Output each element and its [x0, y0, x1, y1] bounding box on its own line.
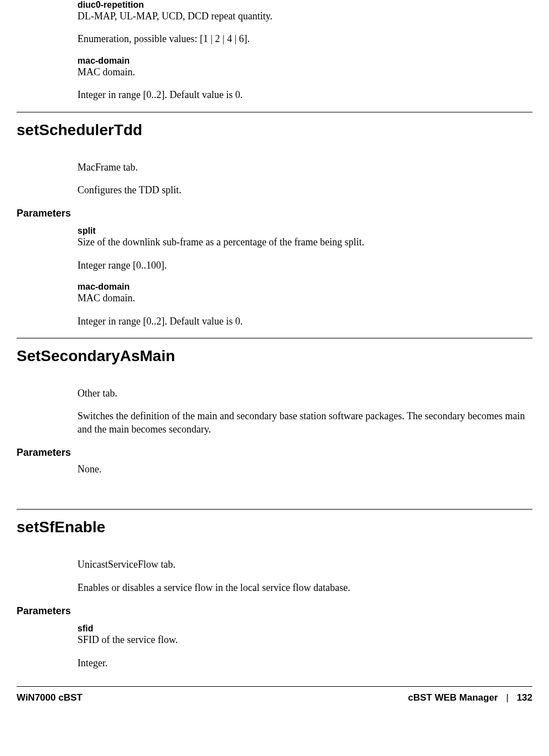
param-range-mac-domain-2: Integer in range [0..2]. Default value i…: [77, 315, 532, 328]
heading-setsfenable: setSfEnable: [17, 509, 532, 536]
heading-setsecondaryasmain: SetSecondaryAsMain: [17, 338, 532, 365]
desc-setsecondaryasmain: Switches the definition of the main and …: [77, 410, 532, 436]
parameters-label-2: Parameters: [17, 447, 532, 459]
parameters-label-1: Parameters: [17, 208, 532, 219]
parameters-label-3: Parameters: [17, 605, 532, 617]
footer-right: cBST WEB Manager | 132: [408, 692, 532, 703]
param-desc-mac-domain-1: MAC domain.: [77, 66, 532, 79]
param-desc-sfid: SFID of the service flow.: [77, 634, 532, 646]
footer-title: cBST WEB Manager: [408, 692, 498, 703]
footer-left: WiN7000 cBST: [17, 692, 82, 703]
footer-sep: |: [506, 692, 508, 703]
param-name-mac-domain-1: mac-domain: [77, 56, 532, 66]
param-desc-diuc0: DL-MAP, UL-MAP, UCD, DCD repeat quantity…: [77, 10, 532, 23]
desc-setsfenable: Enables or disables a service flow in th…: [77, 582, 532, 594]
param-range-mac-domain-1: Integer in range [0..2]. Default value i…: [77, 89, 532, 101]
param-desc-split: Size of the downlink sub-frame as a perc…: [77, 236, 532, 249]
tab-setschedulertdd: MacFrame tab.: [77, 161, 532, 174]
param-name-mac-domain-2: mac-domain: [77, 282, 532, 292]
tab-setsecondaryasmain: Other tab.: [77, 387, 532, 400]
footer-page-number: 132: [517, 692, 532, 703]
param-desc-mac-domain-2: MAC domain.: [77, 292, 532, 305]
param-range-split: Integer range [0..100].: [77, 259, 532, 272]
desc-setschedulertdd: Configures the TDD split.: [77, 184, 532, 197]
heading-setschedulertdd: setSchedulerTdd: [17, 112, 532, 139]
tab-setsfenable: UnicastServiceFlow tab.: [77, 558, 532, 571]
param-enum-diuc0: Enumeration, possible values: [1 | 2 | 4…: [77, 33, 532, 45]
page-footer: WiN7000 cBST cBST WEB Manager | 132: [17, 686, 532, 714]
param-name-split: split: [77, 226, 532, 236]
param-name-diuc0: diuc0-repetition: [77, 0, 532, 10]
param-name-sfid: sfid: [77, 624, 532, 634]
params-none: None.: [77, 463, 532, 476]
param-type-sfid: Integer.: [77, 657, 532, 670]
